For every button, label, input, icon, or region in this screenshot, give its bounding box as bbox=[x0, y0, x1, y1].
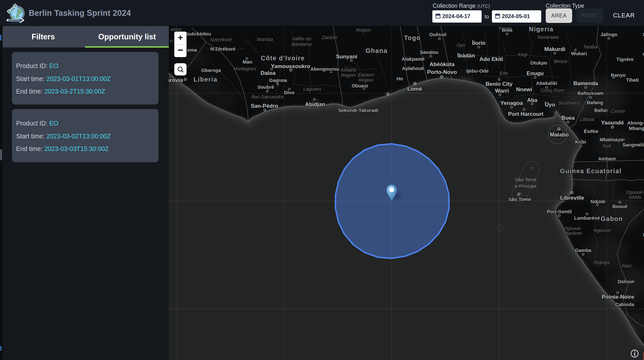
svg-text:Bafang: Bafang bbox=[587, 100, 603, 105]
svg-text:Booué: Booué bbox=[612, 204, 628, 209]
svg-text:Cross River: Cross River bbox=[540, 88, 565, 93]
svg-text:ema: ema bbox=[187, 47, 197, 53]
svg-text:Zanzon: Zanzon bbox=[322, 35, 337, 40]
svg-text:Liberia: Liberia bbox=[194, 76, 217, 83]
svg-text:Region: Region bbox=[356, 27, 371, 33]
svg-text:Otukpo: Otukpo bbox=[530, 60, 547, 65]
svg-text:Malabo: Malabo bbox=[550, 132, 569, 138]
svg-text:Banyo: Banyo bbox=[611, 72, 626, 78]
svg-text:San-Pédro: San-Pédro bbox=[251, 103, 278, 109]
svg-text:Obuasi: Obuasi bbox=[352, 83, 368, 88]
svg-text:Lambaréné: Lambaréné bbox=[574, 215, 600, 221]
svg-text:Ca: Ca bbox=[643, 51, 644, 57]
svg-text:Mbang: Mbang bbox=[629, 125, 644, 131]
svg-text:Bafia: Bafia bbox=[594, 107, 606, 113]
svg-text:Gagnoa: Gagnoa bbox=[269, 77, 287, 83]
svg-text:Ijebu-Ode: Ijebu-Ode bbox=[466, 68, 488, 74]
svg-text:Bandama: Bandama bbox=[292, 42, 312, 47]
svg-text:Tignère: Tignère bbox=[616, 56, 634, 62]
svg-text:Sekondi-Takoradi: Sekondi-Takoradi bbox=[338, 107, 379, 113]
svg-text:Ambam: Ambam bbox=[598, 156, 616, 161]
svg-text:Lomé: Lomé bbox=[407, 86, 422, 92]
svg-text:Sangmélim: Sangmélim bbox=[622, 142, 644, 147]
svg-text:Abéòkúta: Abéòkúta bbox=[429, 61, 455, 67]
svg-text:Centre: Centre bbox=[611, 109, 625, 114]
svg-text:Gamba: Gamba bbox=[575, 247, 592, 253]
svg-text:Abakaliki: Abakaliki bbox=[536, 80, 557, 86]
svg-text:Éséka: Éséka bbox=[584, 128, 598, 134]
svg-text:Ogooué-: Ogooué- bbox=[626, 190, 644, 195]
svg-text:Benue: Benue bbox=[554, 59, 567, 64]
svg-text:Nzérékoré: Nzérékoré bbox=[210, 37, 232, 42]
svg-text:Nnewi: Nnewi bbox=[516, 86, 532, 93]
svg-text:Ho: Ho bbox=[397, 76, 403, 81]
svg-text:São Tomé: São Tomé bbox=[515, 177, 536, 182]
svg-text:Sud: Sud bbox=[602, 143, 611, 148]
svg-text:Ndjolé: Ndjolé bbox=[591, 199, 605, 204]
svg-text:Nigeria: Nigeria bbox=[529, 26, 554, 33]
svg-text:Gbarnga: Gbarnga bbox=[201, 67, 221, 73]
svg-text:Maritime: Maritime bbox=[564, 231, 582, 236]
svg-text:n: n bbox=[170, 38, 172, 44]
svg-text:BERLIN, GERMANY: BERLIN, GERMANY bbox=[11, 22, 22, 24]
svg-text:Abengourou: Abengourou bbox=[310, 66, 339, 72]
svg-text:Dolisie: Dolisie bbox=[618, 279, 633, 284]
svg-text:Woroba: Woroba bbox=[257, 37, 273, 42]
svg-text:Port Harcourt: Port Harcourt bbox=[508, 111, 543, 117]
svg-text:Man: Man bbox=[243, 59, 252, 65]
svg-text:Makurdi: Makurdi bbox=[544, 46, 565, 52]
svg-text:Edo: Edo bbox=[500, 71, 508, 76]
svg-text:Enugu: Enugu bbox=[527, 70, 544, 76]
svg-text:Ngounié: Ngounié bbox=[593, 228, 611, 233]
svg-text:Abong-: Abong- bbox=[627, 120, 644, 125]
svg-text:Montagnes: Montagnes bbox=[233, 66, 256, 71]
svg-text:Ashanti: Ashanti bbox=[340, 67, 356, 73]
svg-text:Yenagoa: Yenagoa bbox=[500, 100, 523, 106]
svg-text:Tibati: Tibati bbox=[626, 77, 639, 83]
svg-text:Côte d'Ivoire: Côte d'Ivoire bbox=[261, 55, 305, 62]
svg-text:Ìlorin: Ìlorin bbox=[472, 40, 485, 46]
svg-text:Aba: Aba bbox=[527, 97, 538, 103]
svg-text:Aplahoué: Aplahoué bbox=[402, 65, 424, 71]
svg-text:Libreville: Libreville bbox=[560, 195, 584, 201]
svg-text:Cabinda: Cabinda bbox=[615, 302, 634, 307]
svg-text:Bamenda: Bamenda bbox=[573, 80, 598, 86]
svg-text:Ouèssè: Ouèssè bbox=[429, 32, 447, 37]
svg-text:Ìbàdàn: Ìbàdàn bbox=[457, 53, 475, 59]
svg-text:N'Zérékoré: N'Zérékoré bbox=[210, 46, 235, 52]
svg-text:Daloa: Daloa bbox=[261, 70, 276, 76]
svg-text:Kogi: Kogi bbox=[518, 52, 527, 57]
svg-text:Porto-Novo: Porto-Novo bbox=[427, 69, 457, 75]
svg-text:Bida: Bida bbox=[502, 27, 513, 33]
svg-text:Vallée du: Vallée du bbox=[292, 36, 311, 41]
svg-text:Buea: Buea bbox=[561, 115, 575, 121]
svg-text:Eastern: Eastern bbox=[358, 72, 374, 77]
svg-text:Jalingo: Jalingo bbox=[601, 32, 618, 37]
svg-text:Yamoussoukro: Yamoussoukro bbox=[271, 63, 310, 69]
svg-text:Littoral: Littoral bbox=[580, 117, 594, 122]
svg-text:Soubré: Soubré bbox=[257, 84, 274, 90]
svg-text:Uyo: Uyo bbox=[545, 102, 555, 108]
svg-text:Ogooué-: Ogooué- bbox=[564, 226, 582, 231]
svg-text:Region: Region bbox=[341, 73, 356, 78]
svg-text:Benin City: Benin City bbox=[485, 81, 513, 87]
svg-text:Bafoussam: Bafoussam bbox=[578, 90, 604, 96]
svg-text:Guinea Ecuatorial: Guinea Ecuatorial bbox=[560, 167, 621, 175]
svg-text:Ghana: Ghana bbox=[366, 47, 388, 54]
svg-text:Atakpamé: Atakpamé bbox=[401, 56, 425, 62]
svg-text:Mbalmayo: Mbalmayo bbox=[600, 137, 623, 142]
svg-text:Region: Region bbox=[359, 77, 373, 83]
svg-text:Pointe-Noire: Pointe-Noire bbox=[601, 294, 634, 300]
svg-text:São Tomé: São Tomé bbox=[508, 196, 531, 202]
svg-text:Ado Ekiti: Ado Ekiti bbox=[479, 56, 503, 62]
svg-text:Nasarawa: Nasarawa bbox=[537, 35, 558, 40]
svg-text:vince: vince bbox=[171, 27, 182, 32]
svg-text:Oyo: Oyo bbox=[457, 43, 465, 48]
svg-text:e Príncipe: e Príncipe bbox=[515, 183, 537, 189]
svg-text:Nyanga: Nyanga bbox=[593, 260, 610, 265]
svg-text:Niari: Niari bbox=[622, 263, 632, 268]
svg-text:Gabon: Gabon bbox=[601, 215, 623, 222]
svg-text:Southwest: Southwest bbox=[558, 100, 581, 105]
svg-text:Wukari: Wukari bbox=[571, 51, 587, 56]
svg-text:Divo: Divo bbox=[284, 90, 295, 95]
